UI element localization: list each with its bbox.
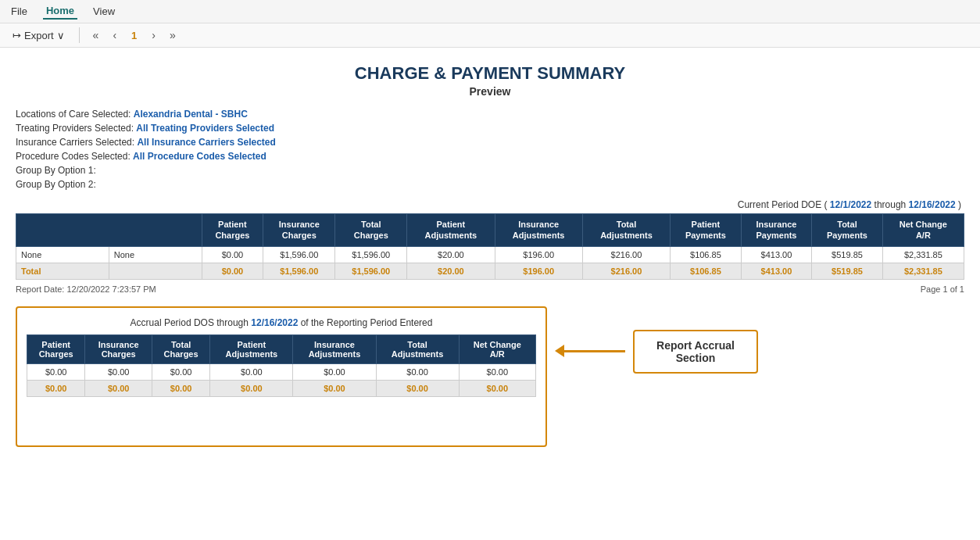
accrual-th-insurance-adj: InsuranceAdjustments	[293, 334, 376, 363]
th-insurance-charges: InsuranceCharges	[263, 214, 335, 247]
row-col1: None	[16, 246, 109, 263]
accrual-period-suffix: of the Reporting Period Entered	[298, 317, 432, 328]
accrual-row-total-charges: $0.00	[152, 363, 209, 380]
footer-date: Report Date: 12/20/2022 7:23:57 PM	[16, 284, 156, 294]
nav-prev-button[interactable]: ‹	[109, 27, 120, 43]
accrual-total-total-adj: $0.00	[376, 380, 459, 396]
total-label: Total	[16, 263, 109, 279]
period-label: Current Period DOE (	[738, 199, 830, 210]
accrual-wrapper: Accrual Period DOS through 12/16/2022 of…	[16, 306, 964, 447]
th-patient-adj: PatientAdjustments	[407, 214, 495, 247]
toolbar-separator	[79, 27, 80, 43]
accrual-section: Accrual Period DOS through 12/16/2022 of…	[16, 306, 547, 447]
th-empty	[16, 214, 202, 247]
nav-next-button[interactable]: ›	[148, 27, 159, 43]
row-insurance-payments: $413.00	[741, 246, 812, 263]
th-net-change: Net ChangeA/R	[882, 214, 964, 247]
page-number: 1	[127, 30, 141, 41]
accrual-th-total-adj: TotalAdjustments	[376, 334, 459, 363]
report-subtitle: Preview	[16, 85, 964, 98]
ins-value: All Insurance Carriers Selected	[137, 137, 275, 148]
accrual-th-insurance-charges: InsuranceCharges	[85, 334, 152, 363]
loc-value: Alexandria Dental - SBHC	[134, 109, 248, 120]
prov-label: Treating Providers Selected:	[16, 123, 134, 134]
accrual-row-insurance-adj: $0.00	[293, 363, 376, 380]
accrual-th-patient-adj: PatientAdjustments	[210, 334, 293, 363]
metadata-loc: Locations of Care Selected: Alexandria D…	[16, 109, 964, 120]
th-total-adj: TotalAdjustments	[582, 214, 670, 247]
period-through: through	[871, 199, 908, 210]
row-total-adj: $216.00	[582, 246, 670, 263]
row-insurance-charges: $1,596.00	[263, 246, 335, 263]
annotation-area: Report AccrualSection	[563, 330, 758, 374]
menu-bar: File Home View	[0, 0, 980, 23]
accrual-total-patient-charges: $0.00	[27, 380, 85, 396]
menu-view[interactable]: View	[90, 4, 118, 19]
total-insurance-adj: $196.00	[495, 263, 582, 279]
total-patient-payments: $106.85	[671, 263, 742, 279]
prov-value: All Treating Providers Selected	[136, 123, 274, 134]
accrual-row-net-change: $0.00	[459, 363, 535, 380]
nav-last-button[interactable]: »	[166, 27, 180, 43]
menu-home[interactable]: Home	[43, 3, 77, 20]
period-start: 12/1/2022	[830, 199, 871, 210]
accrual-total-row: $0.00 $0.00 $0.00 $0.00 $0.00 $0.00 $0.0…	[27, 380, 536, 396]
row-total-charges: $1,596.00	[335, 246, 407, 263]
total-total-payments: $519.85	[812, 263, 883, 279]
th-patient-payments: PatientPayments	[671, 214, 742, 247]
accrual-total-net-change: $0.00	[459, 380, 535, 396]
accrual-total-insurance-adj: $0.00	[293, 380, 376, 396]
total-net-change: $2,331.85	[882, 263, 964, 279]
proc-label: Procedure Codes Selected:	[16, 151, 131, 162]
total-total-charges: $1,596.00	[335, 263, 407, 279]
export-label: Export	[24, 30, 54, 41]
accrual-total-total-charges: $0.00	[152, 380, 209, 396]
total-total-adj: $216.00	[582, 263, 670, 279]
accrual-period-date: 12/16/2022	[251, 317, 298, 328]
th-total-payments: TotalPayments	[812, 214, 883, 247]
footer-page: Page 1 of 1	[921, 284, 964, 294]
row-patient-payments: $106.85	[671, 246, 742, 263]
th-patient-charges: PatientCharges	[202, 214, 263, 247]
toolbar: ↦ Export ∨ « ‹ 1 › »	[0, 23, 980, 48]
menu-file[interactable]: File	[8, 4, 30, 19]
th-insurance-adj: InsuranceAdjustments	[495, 214, 582, 247]
metadata-grp2: Group By Option 2:	[16, 179, 964, 190]
accrual-total-patient-adj: $0.00	[210, 380, 293, 396]
accrual-period-label: Accrual Period DOS through	[131, 317, 252, 328]
row-net-change: $2,331.85	[882, 246, 964, 263]
metadata-ins: Insurance Carriers Selected: All Insuran…	[16, 137, 964, 148]
total-patient-adj: $20.00	[407, 263, 495, 279]
accrual-row-patient-adj: $0.00	[210, 363, 293, 380]
th-total-charges: TotalCharges	[335, 214, 407, 247]
main-report-table: PatientCharges InsuranceCharges TotalCha…	[16, 213, 964, 280]
annotation-box: Report AccrualSection	[633, 330, 758, 374]
row-total-payments: $519.85	[812, 246, 883, 263]
loc-label: Locations of Care Selected:	[16, 109, 131, 120]
accrual-row-patient-charges: $0.00	[27, 363, 85, 380]
report-footer: Report Date: 12/20/2022 7:23:57 PM Page …	[16, 284, 964, 294]
export-button[interactable]: ↦ Export ∨	[8, 28, 70, 43]
table-row: None None $0.00 $1,596.00 $1,596.00 $20.…	[16, 246, 964, 263]
annotation-label: Report AccrualSection	[656, 339, 735, 364]
app-container: File Home View ↦ Export ∨ « ‹ 1 › » CHAR…	[0, 0, 980, 540]
grp1-label: Group By Option 1:	[16, 165, 96, 176]
metadata-prov: Treating Providers Selected: All Treatin…	[16, 123, 964, 134]
accrual-period-header: Accrual Period DOS through 12/16/2022 of…	[27, 317, 536, 328]
accrual-row-total-adj: $0.00	[376, 363, 459, 380]
accrual-th-total-charges: TotalCharges	[152, 334, 209, 363]
metadata-grp1: Group By Option 1:	[16, 165, 964, 176]
accrual-th-net-change: Net ChangeA/R	[459, 334, 535, 363]
accrual-total-insurance-charges: $0.00	[85, 380, 152, 396]
metadata-proc: Procedure Codes Selected: All Procedure …	[16, 151, 964, 162]
annotation-arrow	[563, 350, 625, 352]
nav-first-button[interactable]: «	[89, 27, 103, 43]
row-col2: None	[109, 246, 202, 263]
total-insurance-charges: $1,596.00	[263, 263, 335, 279]
row-patient-charges: $0.00	[202, 246, 263, 263]
row-insurance-adj: $196.00	[495, 246, 582, 263]
th-insurance-payments: InsurancePayments	[741, 214, 812, 247]
accrual-row-insurance-charges: $0.00	[85, 363, 152, 380]
period-close: )	[956, 199, 961, 210]
period-end: 12/16/2022	[909, 199, 956, 210]
